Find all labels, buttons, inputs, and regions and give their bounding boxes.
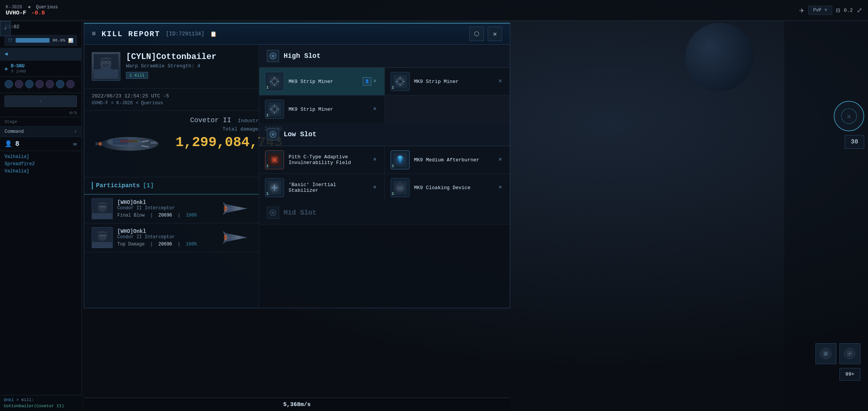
participant-avatar-2 <box>92 227 113 248</box>
low-slot-item-2[interactable]: 1 MK9 Medium Afterburner × <box>385 146 510 174</box>
pith-svg <box>268 153 281 167</box>
shield-pct: 86.0% <box>53 38 65 43</box>
sidebar-navigation-icon[interactable]: ◄ <box>0 48 81 61</box>
high-slot-item-1[interactable]: 1 MK9 Strip Miner 👤 × <box>259 68 385 95</box>
hud-item-icon-2[interactable]: ⚡ <box>839 343 860 364</box>
nav-back-button[interactable]: ‹ <box>0 21 11 36</box>
pvp-badge[interactable]: PvP ▼ <box>808 6 832 15</box>
participants-section: Participants [1] <box>84 177 259 308</box>
chat-kill-link[interactable]: Cottonbailer(Covetor II) <box>4 404 64 408</box>
mail-icon: ✉ <box>73 140 77 148</box>
item-quantity-2: 1 <box>392 85 394 90</box>
high-slot-item-name-2: MK9 Strip Miner <box>414 79 492 84</box>
shield-icon: 🛡 <box>8 38 13 43</box>
remove-item-1[interactable]: × <box>371 78 379 85</box>
high-slot-item-3[interactable]: 1 MK9 Strip Miner × <box>259 96 385 123</box>
participant-row-1[interactable]: [WHO]Onkl Condor II Interceptor Final Bl… <box>84 194 259 223</box>
ship-svg <box>92 123 168 165</box>
export-icon: ⬡ <box>474 30 479 38</box>
remove-low-1[interactable]: × <box>371 156 379 163</box>
close-icon: ✕ <box>493 30 497 38</box>
inertial-icon: 1 <box>265 178 284 197</box>
damage-label: Total damage: <box>222 126 261 132</box>
planet-visual <box>685 23 754 91</box>
participant-ship-1: Condor II Interceptor <box>117 206 216 211</box>
hud-item-icon-1[interactable]: ⚙ <box>815 343 836 364</box>
svg-point-95 <box>273 186 276 189</box>
hud-item-svg-1: ⚙ <box>819 347 833 360</box>
add-slot[interactable]: + <box>5 96 77 107</box>
hud-counter-1[interactable]: 30 <box>845 135 864 149</box>
ship-type: Covetor II <box>190 116 231 124</box>
menu-button[interactable]: ≡ <box>92 30 96 38</box>
resize-icon[interactable]: ⤢ <box>857 6 862 14</box>
kill-report-panel: ≡ KILL REPORT [ID:7291134] 📋 ⬡ ✕ <box>84 23 510 308</box>
low-slot-icon <box>267 128 279 140</box>
shield-fill <box>16 38 49 43</box>
remove-low-4[interactable]: × <box>496 184 504 191</box>
participant-ship-visual-2 <box>221 227 251 248</box>
pilot-icon-1: 👤 <box>363 77 371 86</box>
remove-low-3[interactable]: × <box>371 184 379 191</box>
low-slot-header: Low Slot <box>259 123 510 146</box>
player-entry[interactable]: Valhalia] <box>5 153 77 161</box>
inertial-quantity: 1 <box>266 191 269 196</box>
online-status: 👤 8 ✉ <box>0 137 81 151</box>
participant-name-1: [WHO]Onkl <box>117 199 216 206</box>
person-icon: 👤 <box>5 140 12 148</box>
player-entry[interactable]: Spreadfire2 <box>5 161 77 168</box>
high-slot-item-name-1: MK9 Strip Miner <box>289 79 367 84</box>
high-slot-item-name-3: MK9 Strip Miner <box>289 107 367 112</box>
low-slot-item-1[interactable]: 1 Pith C-Type Adaptive Invulnerability F… <box>259 146 385 174</box>
participants-bar <box>92 182 93 190</box>
high-slot-title: High Slot <box>284 52 321 60</box>
partial-slot-svg <box>269 209 277 217</box>
kill-count-badge: 1 Kill <box>126 72 148 79</box>
system-info: K-J026 ◄ Querious UVHO-F -0.8 <box>6 5 58 16</box>
command-button[interactable]: Command › <box>0 127 81 137</box>
sidebar-section-label: Stage <box>0 117 81 126</box>
player-entry[interactable]: Valhalia] <box>5 168 77 175</box>
participant-stats-2: Top Damage | 20696 | 100% <box>117 240 216 247</box>
partial-slot-section: Mid Slot <box>259 201 510 225</box>
low-slot-items-grid: 1 Pith C-Type Adaptive Invulnerability F… <box>259 146 510 201</box>
svg-marker-101 <box>271 210 275 215</box>
cloak-svg <box>393 181 407 194</box>
svg-marker-56 <box>271 54 275 58</box>
hud-circle-1[interactable]: ⚔ <box>834 101 864 131</box>
right-hud: ⚔ 30 ⚙ ⚡ 99+ <box>784 21 868 411</box>
close-button[interactable]: ✕ <box>488 27 502 41</box>
high-slot-item-4 <box>385 96 510 123</box>
kill-location: UVHO-F < K-J026 < Querious <box>92 100 251 106</box>
high-slot-header: High Slot <box>259 45 510 68</box>
low-slot-item-4[interactable]: 1 MK9 Cloaking Device × <box>385 174 510 201</box>
svg-rect-25 <box>130 140 137 142</box>
high-slot-item-2[interactable]: 1 MK9 Strip Miner × <box>385 68 510 95</box>
low-slot-item-3[interactable]: 1 'Basic' Inertial Stabilizer × <box>259 174 385 201</box>
miner-icon-svg-2 <box>393 75 407 88</box>
export-button[interactable]: ⬡ <box>469 27 484 41</box>
ship-section: Covetor II Industrial Ship Total damage:… <box>84 111 259 177</box>
hud-counter-2[interactable]: 99+ <box>839 368 860 381</box>
participants-title: Participants <box>96 182 140 189</box>
participant-info-2: [WHO]Onkl Condor II Interceptor Top Dama… <box>117 228 216 247</box>
svg-rect-24 <box>120 140 130 142</box>
kill-id: [ID:7291134] <box>166 31 204 37</box>
icon-tray <box>0 77 81 91</box>
participant-info-1: [WHO]Onkl Condor II Interceptor Final Bl… <box>117 199 216 218</box>
svg-rect-44 <box>97 233 108 234</box>
sidebar-system-item[interactable]: ◆ B-SNU 3 jump <box>0 61 81 77</box>
panel-header: ≡ KILL REPORT [ID:7291134] 📋 ⬡ ✕ <box>84 24 510 45</box>
remove-item-3[interactable]: × <box>371 106 379 113</box>
slot-count: 0/5 <box>0 109 81 117</box>
chat-bar: Onkl > Kill: Cottonbailer(Covetor II) <box>0 395 82 411</box>
remove-item-2[interactable]: × <box>496 78 504 85</box>
inertial-svg <box>268 181 281 194</box>
remove-low-2[interactable]: × <box>496 156 504 163</box>
participant-row-2[interactable]: [WHO]Onkl Condor II Interceptor Top Dama… <box>84 223 259 252</box>
svg-text:⚡: ⚡ <box>848 351 851 357</box>
svg-marker-82 <box>271 132 275 136</box>
filter-icon[interactable]: ⊟ <box>836 6 840 14</box>
panel-actions: ⬡ ✕ <box>469 27 502 41</box>
low-slot-section: Low Slot 1 <box>259 123 510 201</box>
